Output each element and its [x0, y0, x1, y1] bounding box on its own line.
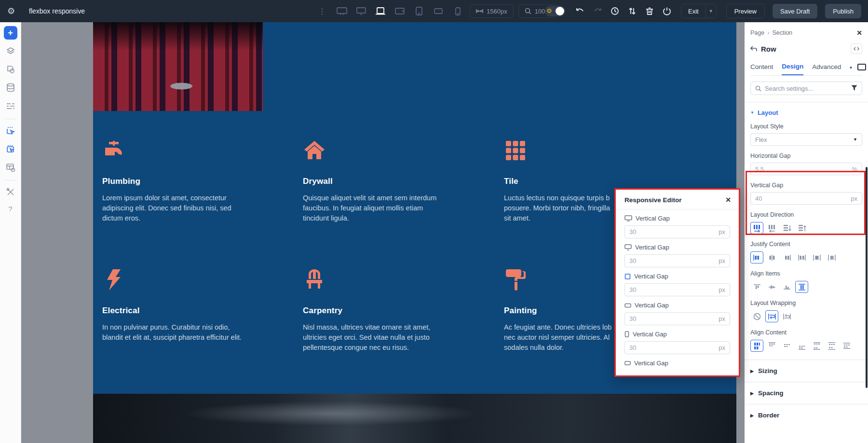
- spacing-section-header[interactable]: ▶ Spacing: [750, 382, 862, 404]
- horizontal-gap-input[interactable]: 5.5 %: [750, 163, 862, 175]
- content-start-icon[interactable]: [765, 340, 778, 352]
- direction-horizontal-reverse-icon[interactable]: [765, 222, 778, 234]
- service-card[interactable]: Drywall Quisque aliquet velit sit amet s…: [303, 139, 465, 223]
- breadcrumb: Page › Section ✕: [750, 22, 862, 37]
- preview-button[interactable]: Preview: [726, 4, 765, 18]
- expand-panel-icon[interactable]: [851, 43, 862, 54]
- justify-space-around-icon[interactable]: [810, 251, 823, 263]
- content-space-between-icon[interactable]: [810, 340, 823, 352]
- breadcrumb-section[interactable]: Section: [772, 29, 792, 36]
- popup-close-icon[interactable]: ✕: [725, 196, 731, 204]
- device-desktop-large-icon[interactable]: [335, 5, 349, 17]
- vertical-gap-input-tablet-landscape[interactable]: 30 px: [624, 312, 730, 325]
- align-baseline-icon[interactable]: [780, 281, 793, 293]
- gap-value: 30: [629, 315, 636, 322]
- save-draft-button[interactable]: Save Draft: [773, 4, 817, 18]
- device-phone-landscape-icon[interactable]: [431, 5, 446, 17]
- service-card[interactable]: Electrical In non pulvinar purus. Curabi…: [102, 268, 264, 343]
- content-space-evenly-icon[interactable]: [840, 340, 853, 352]
- device-desktop-icon[interactable]: [354, 5, 368, 17]
- content-space-around-icon[interactable]: [825, 340, 838, 352]
- import-export-icon[interactable]: [625, 4, 639, 18]
- horizontal-gap-unit[interactable]: %: [852, 166, 857, 173]
- width-arrows-icon: [476, 8, 483, 14]
- direction-vertical-icon[interactable]: [780, 222, 793, 234]
- content-stretch-icon[interactable]: [750, 340, 763, 352]
- element-selector-icon[interactable]: [4, 124, 17, 138]
- canvas-width-input[interactable]: 1560px: [470, 4, 514, 18]
- device-laptop-icon[interactable]: [373, 5, 388, 17]
- breakpoint-row: Vertical Gap 30 px: [616, 325, 739, 354]
- justify-start-icon[interactable]: [750, 251, 763, 263]
- align-stretch-icon[interactable]: [795, 281, 808, 293]
- structure-settings-icon[interactable]: [4, 161, 17, 174]
- toggle-knob: [556, 7, 564, 15]
- trash-icon[interactable]: [642, 4, 657, 18]
- power-icon[interactable]: [660, 4, 674, 18]
- exit-caret-icon[interactable]: ▼: [705, 4, 716, 18]
- device-tablet-landscape-icon[interactable]: [393, 5, 407, 17]
- design-library-icon[interactable]: [4, 63, 17, 76]
- wrap-reverse-icon[interactable]: [780, 310, 793, 322]
- back-arrow-icon[interactable]: [750, 46, 757, 52]
- justify-center-icon[interactable]: [765, 251, 778, 263]
- exit-button[interactable]: Exit: [681, 4, 705, 18]
- responsive-editor-popup: Responsive Editor ✕ Vertical Gap 30 px V…: [614, 188, 740, 377]
- database-icon[interactable]: [4, 81, 17, 95]
- align-content-options: [750, 340, 862, 352]
- vertical-gap-input[interactable]: 40 px: [750, 192, 862, 205]
- global-settings-icon[interactable]: [4, 99, 17, 113]
- wrap-icon[interactable]: [765, 310, 778, 322]
- theme-toggle[interactable]: ⚙: [545, 6, 565, 16]
- layout-style-label: Layout Style: [750, 123, 862, 130]
- border-section-header[interactable]: ▶ Border: [750, 404, 862, 426]
- settings-gear-icon[interactable]: ⚙: [0, 6, 22, 16]
- parent-selector-icon[interactable]: [4, 142, 17, 156]
- breakpoint-row: Vertical Gap 30 px: [616, 267, 739, 296]
- panel-device-icon[interactable]: [857, 63, 867, 72]
- undo-icon[interactable]: [573, 4, 587, 18]
- content-end-icon[interactable]: [795, 340, 808, 352]
- layout-style-select[interactable]: Flex ▼: [750, 133, 862, 146]
- vertical-gap-input-desktop-large[interactable]: 30 px: [624, 225, 730, 238]
- justify-end-icon[interactable]: [780, 251, 793, 263]
- tools-icon[interactable]: [4, 185, 17, 199]
- vertical-gap-input-laptop[interactable]: 30 px: [624, 283, 730, 296]
- breadcrumb-page[interactable]: Page: [750, 29, 764, 36]
- tabs-caret-icon[interactable]: ▾: [850, 65, 852, 70]
- tab-content[interactable]: Content: [750, 60, 773, 75]
- layout-section-header[interactable]: ▼ Layout: [750, 109, 862, 116]
- history-clock-icon[interactable]: [608, 4, 622, 18]
- publish-button[interactable]: Publish: [825, 4, 861, 18]
- help-icon[interactable]: ?: [8, 205, 12, 213]
- tab-design[interactable]: Design: [782, 60, 803, 75]
- justify-space-evenly-icon[interactable]: [825, 251, 838, 263]
- direction-vertical-reverse-icon[interactable]: [795, 222, 808, 234]
- panel-scrollbar[interactable]: [866, 167, 868, 388]
- search-settings-input[interactable]: Search settings...: [750, 82, 862, 95]
- breakpoint-label: Vertical Gap: [633, 331, 667, 338]
- tab-advanced[interactable]: Advanced: [812, 60, 841, 75]
- align-center-icon[interactable]: [765, 281, 778, 293]
- justify-space-between-icon[interactable]: [795, 251, 808, 263]
- vertical-gap-input-desktop[interactable]: 30 px: [624, 254, 730, 267]
- wrap-none-icon[interactable]: [750, 310, 763, 322]
- redo-icon[interactable]: [590, 4, 605, 18]
- vertical-gap-unit[interactable]: px: [851, 195, 857, 202]
- panel-close-icon[interactable]: ✕: [856, 29, 862, 37]
- device-tablet-portrait-icon[interactable]: [412, 5, 426, 17]
- device-phone-portrait-icon[interactable]: [450, 5, 465, 17]
- align-start-icon[interactable]: [750, 281, 763, 293]
- service-card[interactable]: Carpentry Nisl massa, ultrices vitae orn…: [303, 268, 465, 353]
- vertical-gap-input-tablet-portrait[interactable]: 30 px: [624, 341, 730, 354]
- layers-icon[interactable]: [4, 44, 17, 58]
- direction-horizontal-icon[interactable]: [750, 222, 763, 234]
- more-breakpoints-icon[interactable]: ⋮: [318, 7, 326, 16]
- service-card[interactable]: Plumbing Lorem ipsum dolor sit amet, con…: [102, 139, 264, 223]
- content-center-icon[interactable]: [780, 340, 793, 352]
- sizing-section-title: Sizing: [758, 367, 777, 374]
- add-element-button[interactable]: +: [4, 26, 17, 40]
- gap-unit: px: [719, 286, 725, 293]
- filter-funnel-icon[interactable]: [851, 85, 857, 92]
- sizing-section-header[interactable]: ▶ Sizing: [750, 360, 862, 382]
